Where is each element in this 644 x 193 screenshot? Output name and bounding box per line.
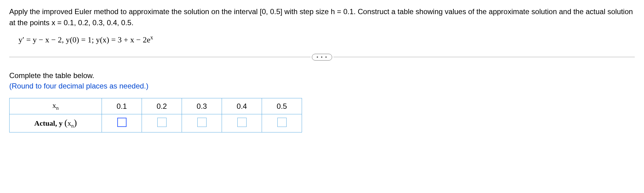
equation: y′ = y − x − 2, y(0) = 1; y(x) = 3 + x −… (18, 34, 635, 45)
input-cell-4 (222, 114, 262, 132)
table-actual-row: Actual, y (xn) (10, 114, 302, 132)
answer-input-1[interactable] (117, 118, 127, 127)
answer-input-3[interactable] (197, 118, 207, 127)
input-cell-5 (262, 114, 302, 132)
header-col-5: 0.5 (262, 98, 302, 114)
actual-row-label: Actual, y (xn) (10, 114, 102, 132)
paren-close: ) (74, 117, 77, 128)
header-col-2: 0.2 (142, 98, 182, 114)
header-col-1: 0.1 (102, 98, 142, 114)
solution-table: xn 0.1 0.2 0.3 0.4 0.5 Actual, y (xn) (9, 98, 302, 133)
divider-line-right (333, 57, 635, 57)
input-cell-3 (182, 114, 222, 132)
equation-exponent: x (150, 34, 153, 41)
answer-input-4[interactable] (237, 118, 247, 127)
table-header-row: xn 0.1 0.2 0.3 0.4 0.5 (10, 98, 302, 114)
answer-input-2[interactable] (157, 118, 167, 127)
problem-statement: Apply the improved Euler method to appro… (9, 6, 635, 28)
actual-label-text: Actual, y (34, 119, 62, 127)
divider-line-left (9, 57, 311, 57)
actual-n-sub: n (71, 123, 74, 129)
header-xn-label: xn (10, 98, 102, 114)
paren-open: ( (64, 117, 67, 128)
more-options-button[interactable]: • • • (312, 54, 332, 61)
complete-instruction: Complete the table below. (9, 71, 635, 80)
section-divider: • • • (9, 54, 635, 61)
header-col-3: 0.3 (182, 98, 222, 114)
input-cell-2 (142, 114, 182, 132)
input-cell-1 (102, 114, 142, 132)
header-col-4: 0.4 (222, 98, 262, 114)
answer-input-5[interactable] (277, 118, 287, 127)
equation-body: y′ = y − x − 2, y(0) = 1; y(x) = 3 + x −… (18, 35, 150, 44)
rounding-note: (Round to four decimal places as needed.… (9, 82, 635, 90)
actual-x: x (67, 119, 71, 127)
header-n-sub: n (56, 105, 58, 111)
header-x: x (52, 101, 56, 109)
